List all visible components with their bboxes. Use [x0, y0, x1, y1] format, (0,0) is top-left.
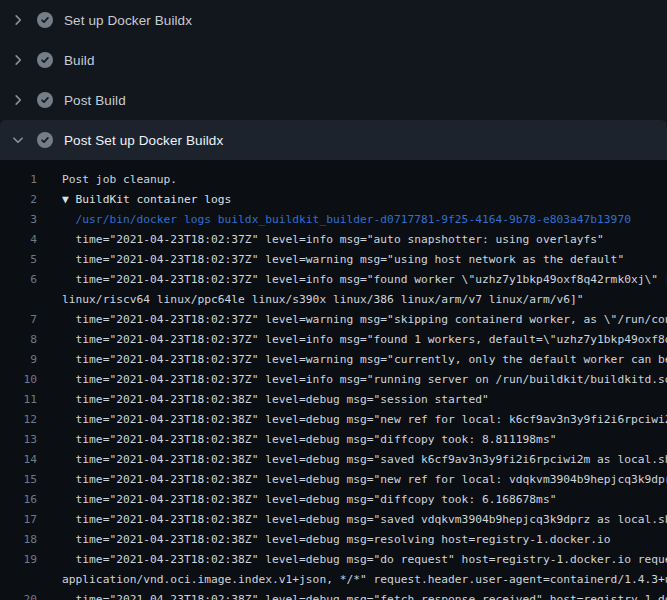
- log-row: 17 time="2021-04-23T18:02:38Z" level=deb…: [0, 510, 667, 530]
- check-circle-icon: [37, 12, 53, 28]
- log-row: linux/riscv64 linux/ppc64le linux/s390x …: [0, 290, 667, 310]
- log-line-text: time="2021-04-23T18:02:38Z" level=debug …: [62, 590, 667, 600]
- step-header[interactable]: Set up Docker Buildx: [0, 0, 667, 40]
- check-circle-icon: [37, 52, 53, 68]
- log-line-number[interactable]: 15: [0, 470, 37, 490]
- log-line-text: time="2021-04-23T18:02:38Z" level=debug …: [62, 430, 667, 450]
- log-line-number[interactable]: 16: [0, 490, 37, 510]
- log-row: 3 /usr/bin/docker logs buildx_buildkit_b…: [0, 210, 667, 230]
- log-row: 20 time="2021-04-23T18:02:38Z" level=deb…: [0, 590, 667, 600]
- log-row: 6 time="2021-04-23T18:02:37Z" level=info…: [0, 270, 667, 290]
- chevron-right-icon: [10, 12, 26, 28]
- log-line-number[interactable]: 6: [0, 270, 37, 290]
- step-header[interactable]: Build: [0, 40, 667, 80]
- log-line-text: time="2021-04-23T18:02:38Z" level=debug …: [62, 510, 667, 530]
- log-row: 5 time="2021-04-23T18:02:37Z" level=warn…: [0, 250, 667, 270]
- check-circle-icon: [37, 92, 53, 108]
- log-line-text: time="2021-04-23T18:02:38Z" level=debug …: [62, 530, 667, 550]
- log-row: 12 time="2021-04-23T18:02:38Z" level=deb…: [0, 410, 667, 430]
- step-header[interactable]: Post Set up Docker Buildx: [0, 120, 667, 160]
- log-row: 19 time="2021-04-23T18:02:38Z" level=deb…: [0, 550, 667, 570]
- log-line-text: time="2021-04-23T18:02:37Z" level=info m…: [62, 330, 667, 350]
- log-row: application/vnd.oci.image.index.v1+json,…: [0, 570, 667, 590]
- log-line-text: time="2021-04-23T18:02:38Z" level=debug …: [62, 390, 667, 410]
- log-row: 11 time="2021-04-23T18:02:38Z" level=deb…: [0, 390, 667, 410]
- log-line-text[interactable]: ▼ BuildKit container logs: [62, 190, 667, 210]
- chevron-down-icon: [10, 132, 26, 148]
- log-row: 14 time="2021-04-23T18:02:38Z" level=deb…: [0, 450, 667, 470]
- log-line-text: time="2021-04-23T18:02:38Z" level=debug …: [62, 410, 667, 430]
- log-row: 18 time="2021-04-23T18:02:38Z" level=deb…: [0, 530, 667, 550]
- log-line-text: time="2021-04-23T18:02:37Z" level=warnin…: [62, 250, 667, 270]
- log-line-number[interactable]: 18: [0, 530, 37, 550]
- log-line-number[interactable]: 5: [0, 250, 37, 270]
- log-line-text: time="2021-04-23T18:02:37Z" level=info m…: [62, 370, 667, 390]
- log-line-number[interactable]: [0, 290, 37, 310]
- chevron-right-icon: [10, 52, 26, 68]
- log-line-text: time="2021-04-23T18:02:38Z" level=debug …: [62, 470, 667, 490]
- log-line-text: time="2021-04-23T18:02:37Z" level=info m…: [62, 270, 667, 290]
- step-title: Post Build: [64, 93, 126, 108]
- log-row: 10 time="2021-04-23T18:02:37Z" level=inf…: [0, 370, 667, 390]
- log-line-text: linux/riscv64 linux/ppc64le linux/s390x …: [62, 290, 667, 310]
- log-area[interactable]: 1 Post job cleanup. 2 ▼ BuildKit contain…: [0, 160, 667, 600]
- log-row: 8 time="2021-04-23T18:02:37Z" level=info…: [0, 330, 667, 350]
- log-row: 4 time="2021-04-23T18:02:37Z" level=info…: [0, 230, 667, 250]
- log-line-text: time="2021-04-23T18:02:38Z" level=debug …: [62, 490, 667, 510]
- check-circle-icon: [37, 132, 53, 148]
- step-header[interactable]: Post Build: [0, 80, 667, 120]
- steps-list: Set up Docker Buildx Build Post Build: [0, 0, 667, 160]
- log-row: 1 Post job cleanup.: [0, 170, 667, 190]
- log-line-number[interactable]: 11: [0, 390, 37, 410]
- step-title: Set up Docker Buildx: [64, 13, 192, 28]
- log-line-number[interactable]: 10: [0, 370, 37, 390]
- log-line-number[interactable]: 12: [0, 410, 37, 430]
- log-line-text: /usr/bin/docker logs buildx_buildkit_bui…: [62, 210, 667, 230]
- log-line-text: time="2021-04-23T18:02:37Z" level=warnin…: [62, 310, 667, 330]
- log-line-number[interactable]: 3: [0, 210, 37, 230]
- log-line-number[interactable]: 9: [0, 350, 37, 370]
- log-row: 9 time="2021-04-23T18:02:37Z" level=warn…: [0, 350, 667, 370]
- log-line-number[interactable]: 8: [0, 330, 37, 350]
- step-title: Post Set up Docker Buildx: [64, 133, 223, 148]
- chevron-right-icon: [10, 92, 26, 108]
- log-line-number[interactable]: 19: [0, 550, 37, 570]
- log-line-number[interactable]: 17: [0, 510, 37, 530]
- log-line-text: Post job cleanup.: [62, 170, 667, 190]
- log-line-number[interactable]: 2: [0, 190, 37, 210]
- log-row: 16 time="2021-04-23T18:02:38Z" level=deb…: [0, 490, 667, 510]
- log-line-number[interactable]: 1: [0, 170, 37, 190]
- log-line-number[interactable]: 14: [0, 450, 37, 470]
- log-line-number[interactable]: 20: [0, 590, 37, 600]
- log-row: 7 time="2021-04-23T18:02:37Z" level=warn…: [0, 310, 667, 330]
- log-line-number[interactable]: [0, 570, 37, 590]
- log-line-number[interactable]: 13: [0, 430, 37, 450]
- log-row: 13 time="2021-04-23T18:02:38Z" level=deb…: [0, 430, 667, 450]
- log-line-text: time="2021-04-23T18:02:38Z" level=debug …: [62, 450, 667, 470]
- log-line-text: time="2021-04-23T18:02:37Z" level=warnin…: [62, 350, 667, 370]
- log-line-text: time="2021-04-23T18:02:38Z" level=debug …: [62, 550, 667, 570]
- log-line-text: time="2021-04-23T18:02:37Z" level=info m…: [62, 230, 667, 250]
- log-line-text: application/vnd.oci.image.index.v1+json,…: [62, 570, 667, 590]
- log-line-number[interactable]: 4: [0, 230, 37, 250]
- step-title: Build: [64, 53, 95, 68]
- log-line-number[interactable]: 7: [0, 310, 37, 330]
- log-row: 2 ▼ BuildKit container logs: [0, 190, 667, 210]
- log-row: 15 time="2021-04-23T18:02:38Z" level=deb…: [0, 470, 667, 490]
